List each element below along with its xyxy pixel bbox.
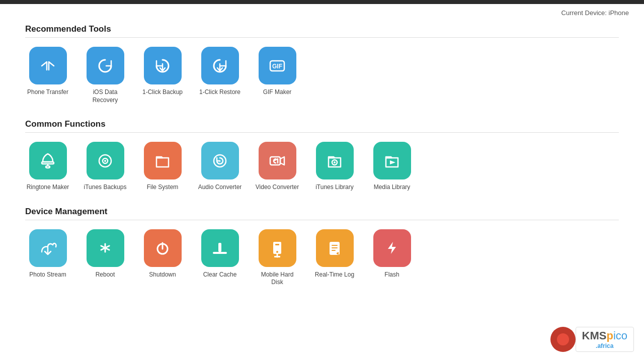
photo-stream-label: Photo Stream bbox=[29, 271, 66, 279]
itunes-library-label: iTunes Library bbox=[315, 184, 354, 192]
ringtone-icon-bg bbox=[29, 142, 67, 179]
phone-transfer-label: Phone Transfer bbox=[27, 88, 68, 97]
tool-media-library[interactable]: Media Library bbox=[369, 142, 415, 192]
gif-icon-bg: GIF bbox=[259, 47, 296, 84]
mobile-hard-disk-label: Mobile Hard Disk bbox=[255, 271, 300, 287]
tool-clear-cache[interactable]: Clear Cache bbox=[197, 229, 243, 287]
tool-ios-data-recovery[interactable]: iOS Data Recovery bbox=[83, 47, 128, 104]
tool-mobile-hard-disk[interactable]: Mobile Hard Disk bbox=[255, 229, 300, 287]
file-system-icon-bg bbox=[144, 142, 182, 179]
clear-cache-icon-bg bbox=[201, 229, 239, 267]
reboot-label: Reboot bbox=[96, 271, 115, 279]
tool-photo-stream[interactable]: Photo Stream bbox=[25, 229, 70, 287]
video-converter-icon-bg bbox=[259, 142, 296, 179]
itunes-backup-icon-bg bbox=[87, 142, 124, 179]
shutdown-icon-bg bbox=[144, 229, 182, 267]
svg-point-14 bbox=[334, 161, 336, 163]
video-converter-label: Video Converter bbox=[256, 184, 299, 192]
backup-icon-bg bbox=[144, 47, 182, 84]
current-device: Current Device: iPhone bbox=[0, 4, 644, 19]
photo-stream-icon-bg bbox=[29, 229, 67, 267]
tool-ringtone-maker[interactable]: Ringtone Maker bbox=[25, 142, 70, 192]
tool-one-click-backup[interactable]: 1-Click Backup bbox=[140, 47, 185, 104]
real-time-log-label: Real-Time Log bbox=[315, 271, 354, 279]
flash-icon-bg bbox=[373, 229, 411, 267]
tool-shutdown[interactable]: Shutdown bbox=[140, 229, 185, 287]
tool-itunes-backups[interactable]: iTunes Backups bbox=[83, 142, 128, 192]
audio-converter-icon-bg: ♪ bbox=[201, 142, 239, 179]
recommended-tools-divider bbox=[25, 37, 619, 38]
itunes-backup-label: iTunes Backups bbox=[84, 184, 127, 192]
svg-rect-26 bbox=[218, 243, 221, 252]
recommended-tools-grid: Phone Transfer iOS Data Recovery 1-Click… bbox=[25, 47, 619, 104]
svg-rect-34 bbox=[332, 250, 336, 251]
tool-phone-transfer[interactable]: Phone Transfer bbox=[25, 47, 70, 104]
svg-marker-15 bbox=[390, 160, 395, 164]
backup-label: 1-Click Backup bbox=[142, 88, 183, 97]
top-bar bbox=[0, 0, 644, 4]
itunes-library-icon-bg bbox=[316, 142, 354, 179]
ios-recovery-label: iOS Data Recovery bbox=[83, 88, 128, 104]
shutdown-label: Shutdown bbox=[149, 271, 176, 279]
svg-rect-33 bbox=[332, 247, 338, 248]
svg-point-9 bbox=[104, 160, 106, 162]
tool-one-click-restore[interactable]: 1-Click Restore bbox=[197, 47, 243, 104]
svg-point-29 bbox=[276, 251, 278, 253]
ringtone-label: Ringtone Maker bbox=[27, 184, 69, 192]
device-management-divider bbox=[25, 220, 619, 220]
ios-recovery-icon-bg bbox=[87, 47, 124, 84]
svg-rect-12 bbox=[270, 157, 280, 165]
common-functions-title: Common Functions bbox=[25, 119, 619, 129]
tool-gif-maker[interactable]: GIF GIF Maker bbox=[255, 47, 300, 104]
svg-text:♪: ♪ bbox=[219, 159, 221, 163]
device-management-grid: Photo Stream Reboot Shutdown bbox=[25, 229, 619, 287]
tool-video-converter[interactable]: Video Converter bbox=[255, 142, 300, 192]
tool-audio-converter[interactable]: ♪ Audio Converter bbox=[197, 142, 243, 192]
device-management-title: Device Management bbox=[25, 207, 619, 217]
clear-cache-label: Clear Cache bbox=[203, 271, 237, 279]
device-management-section: Device Management Photo Stream Reboot bbox=[0, 202, 644, 297]
media-library-icon-bg bbox=[373, 142, 411, 179]
recommended-tools-title: Recommended Tools bbox=[25, 24, 619, 34]
tool-reboot[interactable]: Reboot bbox=[83, 229, 128, 287]
tool-real-time-log[interactable]: Real-Time Log bbox=[312, 229, 357, 287]
svg-marker-35 bbox=[388, 242, 396, 254]
gif-label: GIF Maker bbox=[263, 88, 292, 97]
real-time-log-icon-bg bbox=[316, 229, 354, 267]
flash-label: Flash bbox=[384, 271, 399, 279]
common-functions-divider bbox=[25, 132, 619, 133]
file-system-label: File System bbox=[147, 184, 179, 192]
restore-icon-bg bbox=[201, 47, 239, 84]
svg-rect-32 bbox=[332, 245, 338, 246]
common-functions-grid: Ringtone Maker iTunes Backups File Syste… bbox=[25, 142, 619, 192]
restore-label: 1-Click Restore bbox=[199, 88, 240, 97]
svg-rect-30 bbox=[274, 256, 280, 257]
reboot-icon-bg bbox=[87, 229, 124, 267]
tool-file-system[interactable]: File System bbox=[140, 142, 185, 192]
phone-transfer-icon-bg bbox=[29, 47, 67, 84]
tool-flash[interactable]: Flash bbox=[369, 229, 415, 287]
audio-converter-label: Audio Converter bbox=[198, 184, 242, 192]
media-library-label: Media Library bbox=[374, 184, 411, 192]
tool-itunes-library[interactable]: iTunes Library bbox=[312, 142, 357, 192]
svg-rect-28 bbox=[275, 244, 279, 245]
common-functions-section: Common Functions Ringtone Maker iTunes B… bbox=[0, 114, 644, 202]
svg-rect-25 bbox=[213, 252, 227, 254]
mobile-hard-disk-icon-bg bbox=[259, 229, 296, 267]
recommended-tools-section: Recommended Tools Phone Transfer iOS Dat… bbox=[0, 19, 644, 114]
svg-point-6 bbox=[46, 166, 50, 168]
svg-text:GIF: GIF bbox=[272, 63, 282, 70]
